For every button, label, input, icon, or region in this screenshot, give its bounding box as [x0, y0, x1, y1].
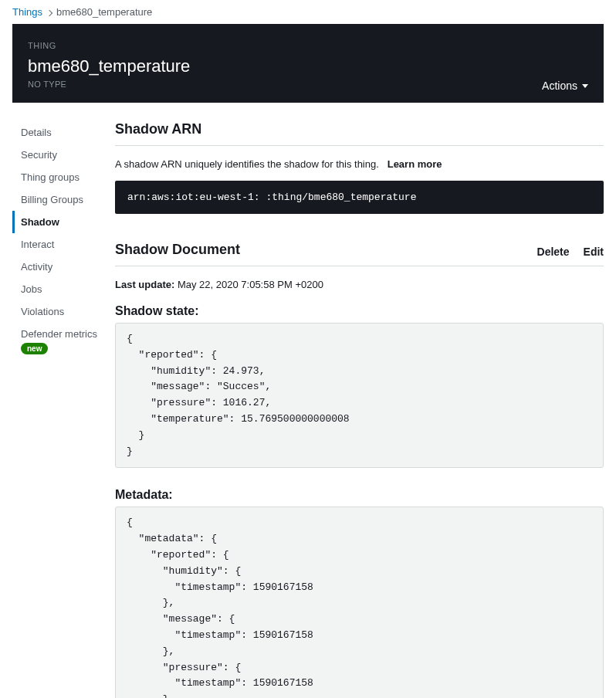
breadcrumb-root-link[interactable]: Things	[12, 6, 42, 18]
thing-label: THING	[28, 41, 588, 50]
shadow-state-code: { "reported": { "humidity": 24.973, "mes…	[115, 323, 604, 468]
caret-down-icon	[582, 84, 588, 88]
sidebar-item-billing-groups[interactable]: Billing Groups	[12, 188, 101, 211]
learn-more-link[interactable]: Learn more	[388, 158, 442, 170]
arn-value: arn:aws:iot:eu-west-1: :thing/bme680_tem…	[115, 181, 604, 214]
actions-dropdown[interactable]: Actions	[542, 80, 588, 92]
breadcrumb: Things bme680_temperature	[0, 0, 616, 24]
chevron-right-icon	[47, 8, 52, 17]
shadow-arn-desc: A shadow ARN uniquely identifies the sha…	[115, 158, 604, 170]
thing-title: bme680_temperature	[28, 56, 588, 76]
delete-button[interactable]: Delete	[537, 246, 570, 258]
thing-header: THING bme680_temperature NO TYPE Actions	[12, 24, 604, 103]
metadata-code: { "metadata": { "reported": { "humidity"…	[115, 507, 604, 698]
breadcrumb-current: bme680_temperature	[56, 6, 152, 18]
shadow-state-title: Shadow state:	[115, 304, 604, 318]
shadow-doc-title: Shadow Document	[115, 242, 240, 258]
main-content: Shadow ARN A shadow ARN uniquely identif…	[115, 121, 604, 698]
sidebar-item-thing-groups[interactable]: Thing groups	[12, 166, 101, 188]
sidebar-item-jobs[interactable]: Jobs	[12, 278, 101, 300]
sidebar-item-interact[interactable]: Interact	[12, 233, 101, 256]
new-badge: new	[21, 343, 48, 354]
shadow-arn-title: Shadow ARN	[115, 121, 604, 146]
sidebar-item-security[interactable]: Security	[12, 144, 101, 166]
sidebar-item-details[interactable]: Details	[12, 121, 101, 144]
shadow-doc-header: Shadow Document Delete Edit	[115, 242, 604, 266]
sidebar: Details Security Thing groups Billing Gr…	[12, 121, 101, 698]
sidebar-item-shadow[interactable]: Shadow	[12, 211, 101, 233]
sidebar-item-defender-metrics[interactable]: Defender metrics new	[12, 323, 101, 360]
metadata-title: Metadata:	[115, 488, 604, 502]
edit-button[interactable]: Edit	[584, 246, 604, 258]
thing-type: NO TYPE	[28, 80, 588, 89]
actions-label: Actions	[542, 80, 577, 92]
last-update: Last update: May 22, 2020 7:05:58 PM +02…	[115, 279, 604, 290]
sidebar-item-activity[interactable]: Activity	[12, 256, 101, 278]
sidebar-item-violations[interactable]: Violations	[12, 300, 101, 323]
